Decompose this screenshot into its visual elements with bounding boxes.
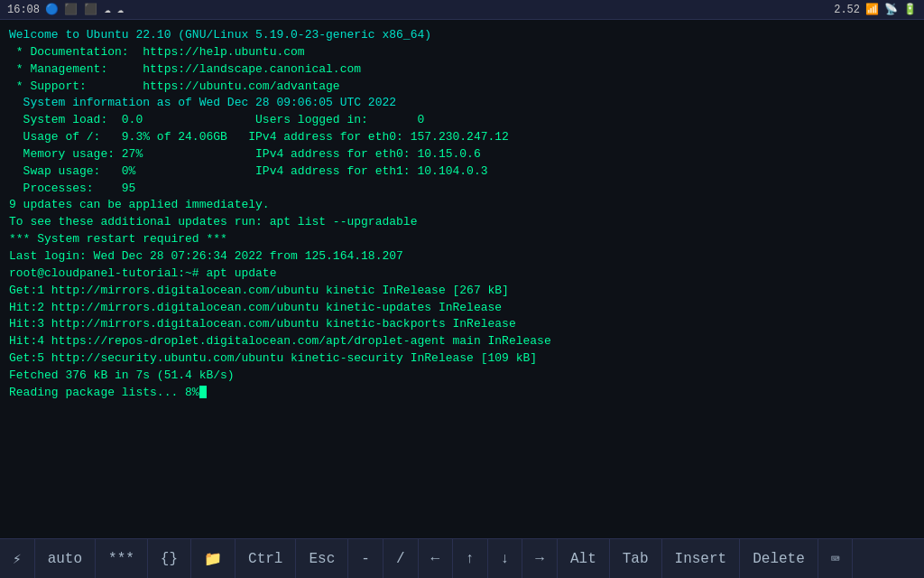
- terminal-line: To see these additional updates run: apt…: [9, 214, 915, 231]
- terminal-icon-item[interactable]: ⚡: [0, 539, 35, 579]
- wifi-icon: 📶: [865, 3, 879, 16]
- down-arrow-item[interactable]: ↓: [488, 539, 523, 579]
- status-bar: 16:08 🔵 ⬛ ⬛ ☁ ☁ 2.52 📶 📡 🔋: [0, 0, 924, 20]
- slash-item-icon: /: [396, 551, 405, 567]
- terminal-line: System information as of Wed Dec 28 09:0…: [9, 95, 915, 112]
- terminal-line: Memory usage: 27% IPv4 address for eth0:…: [9, 146, 915, 163]
- terminal-line: Swap usage: 0% IPv4 address for eth1: 10…: [9, 163, 915, 181]
- terminal-line: Get:5 http://security.ubuntu.com/ubuntu …: [9, 350, 915, 368]
- terminal-line: Hit:4 https://repos-droplet.digitalocean…: [9, 333, 915, 350]
- terminal-line: Reading package lists... 8%: [9, 385, 915, 402]
- auto-item-icon: auto: [48, 551, 82, 567]
- terminal-line: Welcome to Ubuntu 22.10 (GNU/Linux 5.19.…: [9, 27, 915, 44]
- braces-item[interactable]: {}: [148, 539, 191, 579]
- status-right: 2.52 📶 📡 🔋: [834, 3, 917, 16]
- terminal-line: Last login: Wed Dec 28 07:26:34 2022 fro…: [9, 248, 915, 266]
- delete-item-icon: Delete: [753, 551, 805, 567]
- insert-item[interactable]: Insert: [662, 539, 741, 579]
- terminal-line: Hit:3 http://mirrors.digitalocean.com/ub…: [9, 316, 915, 333]
- terminal-line: *** System restart required ***: [9, 231, 915, 248]
- auto-item[interactable]: auto: [35, 539, 96, 579]
- speed-display: 2.52: [834, 4, 860, 16]
- battery-icon: 🔋: [903, 3, 917, 16]
- up-arrow-item[interactable]: ↑: [453, 539, 488, 579]
- dash-item[interactable]: -: [348, 539, 383, 579]
- right-arrow-item[interactable]: →: [522, 539, 558, 579]
- asterisk-item-icon: ***: [108, 551, 134, 567]
- keyboard-item[interactable]: ⌨: [818, 539, 854, 579]
- ctrl-item[interactable]: Ctrl: [236, 539, 296, 579]
- terminal-line: Usage of /: 9.3% of 24.06GB IPv4 address…: [9, 129, 915, 146]
- left-arrow-item-icon: ←: [431, 551, 440, 567]
- dash-item-icon: -: [361, 551, 370, 567]
- terminal-line: * Documentation: https://help.ubuntu.com: [9, 44, 915, 61]
- keyboard-item-icon: ⌨: [831, 550, 840, 568]
- folder-item[interactable]: 📁: [191, 539, 236, 579]
- delete-item[interactable]: Delete: [740, 539, 818, 579]
- folder-item-icon: 📁: [204, 550, 222, 568]
- terminal-line: System load: 0.0 Users logged in: 0: [9, 112, 915, 129]
- esc-item[interactable]: Esc: [296, 539, 348, 579]
- alt-item[interactable]: Alt: [558, 539, 610, 579]
- time-display: 16:08: [7, 4, 40, 16]
- ctrl-item-icon: Ctrl: [248, 551, 282, 567]
- esc-item-icon: Esc: [309, 551, 335, 567]
- toolbar[interactable]: ⚡auto***{}📁CtrlEsc-/←↑↓→AltTabInsertDele…: [0, 538, 924, 578]
- slash-item[interactable]: /: [383, 539, 419, 579]
- terminal-line: Processes: 95: [9, 181, 915, 198]
- bluetooth-icon: 🔵: [45, 3, 59, 16]
- cursor: [199, 386, 207, 398]
- signal-icon: 📡: [884, 3, 898, 16]
- terminal-icon-item-icon: ⚡: [13, 550, 22, 568]
- left-arrow-item[interactable]: ←: [419, 539, 454, 579]
- status-left: 16:08 🔵 ⬛ ⬛ ☁ ☁: [7, 3, 124, 16]
- terminal-line: Fetched 376 kB in 7s (51.4 kB/s): [9, 368, 915, 385]
- down-arrow-item-icon: ↓: [501, 551, 510, 567]
- terminal-line: 9 updates can be applied immediately.: [9, 197, 915, 214]
- status-icons: ⬛ ⬛ ☁ ☁: [64, 3, 124, 16]
- up-arrow-item-icon: ↑: [466, 551, 475, 567]
- terminal-line: root@cloudpanel-tutorial:~# apt update: [9, 266, 915, 283]
- tab-item[interactable]: Tab: [610, 539, 662, 579]
- terminal-line: Get:1 http://mirrors.digitalocean.com/ub…: [9, 283, 915, 300]
- terminal-area[interactable]: Welcome to Ubuntu 22.10 (GNU/Linux 5.19.…: [0, 20, 924, 538]
- asterisk-item[interactable]: ***: [96, 539, 148, 579]
- terminal-line: * Support: https://ubuntu.com/advantage: [9, 79, 915, 96]
- terminal-line: * Management: https://landscape.canonica…: [9, 61, 915, 79]
- braces-item-icon: {}: [161, 551, 178, 567]
- insert-item-icon: Insert: [675, 551, 727, 567]
- terminal-line: Hit:2 http://mirrors.digitalocean.com/ub…: [9, 300, 915, 317]
- alt-item-icon: Alt: [570, 551, 596, 567]
- tab-item-icon: Tab: [623, 551, 649, 567]
- right-arrow-item-icon: →: [535, 551, 544, 567]
